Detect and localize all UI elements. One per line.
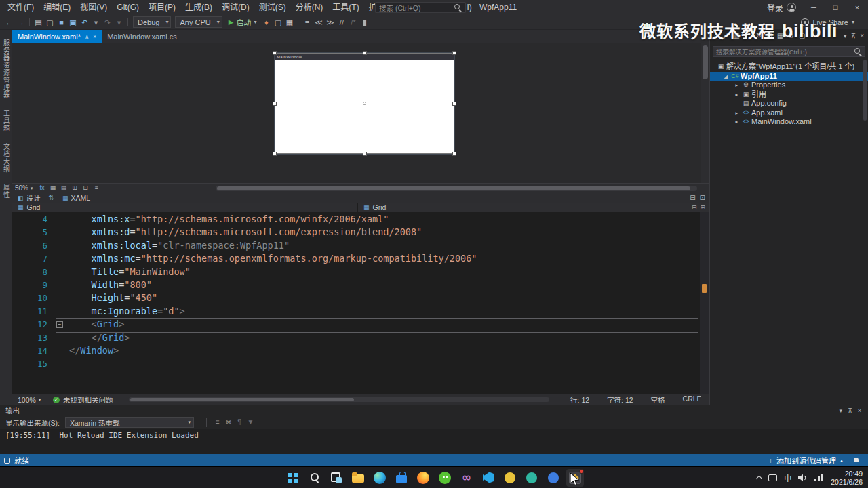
vscode-icon[interactable]: [479, 469, 497, 487]
output-content[interactable]: [19:55:11] Hot Reload IDE Extension Load…: [0, 429, 868, 454]
pin-icon[interactable]: ⊼: [851, 30, 856, 41]
maximize-button[interactable]: □: [825, 0, 846, 15]
swap-panes-icon[interactable]: ⇅: [46, 194, 57, 201]
designer-zoom-dropdown[interactable]: 50% ▾: [15, 184, 36, 192]
resize-handle-se[interactable]: [452, 152, 456, 156]
expander-icon[interactable]: ◢: [722, 72, 730, 81]
menu-item-2[interactable]: 视图(V): [75, 0, 112, 15]
code-line-10[interactable]: 10 Height="450": [12, 291, 709, 304]
menu-item-7[interactable]: 测试(S): [254, 0, 291, 15]
firefox-icon[interactable]: [414, 469, 432, 487]
back-icon[interactable]: ←: [3, 16, 15, 29]
tree-item-4[interactable]: ▸<>App.xaml: [710, 108, 868, 118]
code-line-8[interactable]: 8 Title="MainWindow": [12, 266, 709, 279]
filter-icon[interactable]: ▥: [733, 30, 739, 41]
design-artboard[interactable]: MainWindow: [275, 53, 454, 154]
start-debugging-button[interactable]: ▶ 启动 ▾: [229, 17, 257, 28]
resize-handle-sw[interactable]: [273, 152, 277, 156]
breadcrumb-left[interactable]: ▦ Grid: [12, 203, 357, 212]
menu-item-4[interactable]: 项目(P): [144, 0, 180, 15]
editor-vertical-scrollbar[interactable]: [700, 212, 709, 394]
minimize-button[interactable]: ─: [803, 0, 825, 15]
source-control-button[interactable]: 添加到源代码管理: [776, 455, 836, 466]
expander-icon[interactable]: ▸: [733, 117, 741, 127]
code-line-9[interactable]: 9 Width="800": [12, 279, 709, 291]
menu-item-3[interactable]: Git(G): [112, 0, 144, 15]
editor-zoom-dropdown[interactable]: 100% ▾: [18, 396, 53, 404]
close-icon[interactable]: ×: [860, 30, 864, 41]
tree-item-0[interactable]: ◢C#WpfApp11: [710, 72, 868, 81]
snaplines-icon[interactable]: ⊞: [70, 184, 80, 192]
task-view-icon[interactable]: [328, 469, 345, 487]
left-tool-tab-0[interactable]: 服务器资源管理器: [1, 39, 12, 99]
clear-all-icon[interactable]: ⊠: [226, 415, 231, 429]
redo-caret-icon[interactable]: ▾: [113, 16, 125, 29]
tree-item-3[interactable]: ▤App.config: [710, 99, 868, 108]
doc-tab-1[interactable]: MainWindow.xaml.cs: [102, 30, 182, 43]
left-tool-tab-1[interactable]: 工具箱: [1, 110, 12, 132]
wechat-icon[interactable]: [436, 469, 454, 487]
switch-views-icon[interactable]: ⇄: [723, 30, 728, 41]
uncomment-icon[interactable]: /*: [347, 16, 359, 29]
undo-caret-icon[interactable]: ▾: [90, 16, 102, 29]
menu-item-0[interactable]: 文件(F): [3, 0, 39, 15]
code-line-11[interactable]: 11 mc:Ignorable="d">: [12, 305, 709, 318]
sync-active-document-icon[interactable]: ↔: [745, 30, 751, 41]
code-line-12[interactable]: 12− <Grid>: [12, 318, 709, 331]
notifications-bell-icon[interactable]: [852, 457, 860, 464]
resize-handle-s[interactable]: [363, 152, 367, 156]
properties-icon[interactable]: ⚙: [788, 30, 794, 41]
redo-icon[interactable]: ↷: [102, 16, 113, 29]
save-icon[interactable]: ■: [56, 16, 67, 29]
tree-item-5[interactable]: ▸<>MainWindow.xaml: [710, 117, 868, 127]
break-all-icon[interactable]: ▢: [272, 16, 283, 29]
scrollbar-thumb[interactable]: [217, 186, 690, 190]
start-icon[interactable]: [284, 469, 302, 487]
more-options-icon[interactable]: ≡: [92, 184, 102, 192]
menu-item-6[interactable]: 调试(D): [217, 0, 254, 15]
platform-dropdown[interactable]: Any CPU ▾: [175, 16, 222, 28]
home-icon[interactable]: ⌂: [714, 30, 718, 41]
indent-icon[interactable]: ≫: [324, 16, 336, 29]
code-line-5[interactable]: 5 xmlns:d="http://schemas.microsoft.com/…: [12, 226, 709, 239]
resize-handle-nw[interactable]: [273, 51, 277, 55]
resize-handle-n[interactable]: [363, 51, 367, 55]
solution-search-box[interactable]: 搜索解决方案资源管理器(Ctrl+;): [713, 46, 865, 57]
app-blue-icon[interactable]: [545, 469, 562, 487]
tree-item-2[interactable]: ▸▣引用: [710, 90, 868, 100]
file-explorer-icon[interactable]: [349, 469, 367, 487]
expander-icon[interactable]: ▸: [733, 108, 741, 118]
close-button[interactable]: ×: [846, 0, 868, 15]
find-in-files-icon[interactable]: ≡: [301, 16, 313, 29]
quick-search-box[interactable]: 搜索 (Ctrl+Q): [375, 2, 466, 13]
taskbar-clock[interactable]: 20:49 2021/6/26: [831, 470, 863, 486]
store-icon[interactable]: [393, 469, 410, 487]
breadcrumb-right[interactable]: ▦ Grid: [357, 203, 692, 212]
expander-icon[interactable]: ▸: [733, 90, 741, 100]
autoscroll-icon[interactable]: ▼: [248, 415, 254, 429]
xaml-code-editor[interactable]: 4 xmlns:x="http://schemas.microsoft.com/…: [12, 212, 709, 394]
tree-item-1[interactable]: ▸⚙Properties: [710, 81, 868, 90]
close-icon[interactable]: ×: [858, 404, 861, 418]
pin-icon[interactable]: ⊼: [85, 33, 89, 40]
scrollbar-thumb[interactable]: [703, 45, 708, 79]
new-project-icon[interactable]: ▤: [33, 16, 44, 29]
outdent-icon[interactable]: ≪: [313, 16, 324, 29]
left-tool-tab-3[interactable]: 属性: [1, 184, 12, 199]
left-tool-tab-2[interactable]: 文档大纲: [1, 143, 12, 173]
solution-root-row[interactable]: ▣解决方案"WpfApp11"(1 个项目/共 1 个): [710, 62, 868, 72]
resize-handle-e[interactable]: [452, 102, 456, 106]
preview-icon[interactable]: ▢: [799, 30, 805, 41]
expander-icon[interactable]: ▸: [733, 81, 741, 90]
bookmark-icon[interactable]: ▮: [359, 16, 370, 29]
network-icon[interactable]: [814, 474, 824, 481]
menu-item-9[interactable]: 工具(T): [328, 0, 363, 15]
collapse-region-icon[interactable]: −: [56, 321, 63, 328]
zoom-to-fit-icon[interactable]: ⊡: [81, 184, 91, 192]
menu-item-5[interactable]: 生成(B): [180, 0, 217, 15]
edge-icon[interactable]: [371, 469, 389, 487]
chevron-down-icon[interactable]: ▾: [844, 30, 847, 41]
visual-studio-icon[interactable]: [458, 469, 475, 487]
show-grid-icon[interactable]: ▦: [48, 184, 58, 192]
undo-icon[interactable]: ↶: [79, 16, 90, 29]
